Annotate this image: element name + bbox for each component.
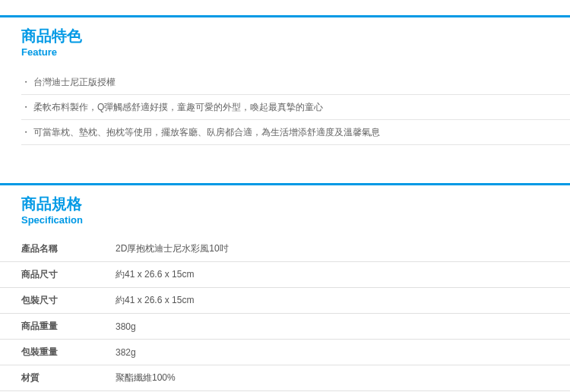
spec-section: 商品規格 Specification 產品名稱2D厚抱枕迪士尼水彩風10吋 商品… <box>0 183 570 392</box>
feature-list: ・台灣迪士尼正版授權 ・柔軟布料製作，Q彈觸感舒適好摸，童趣可愛的外型，喚起最真… <box>0 64 570 145</box>
feature-item: ・可當靠枕、墊枕、抱枕等使用，擺放客廳、臥房都合適，為生活增添舒適度及溫馨氣息 <box>21 120 570 145</box>
spec-value: 聚酯纖維100% <box>116 365 570 391</box>
table-row: 商品尺寸約41 x 26.6 x 15cm <box>0 262 570 288</box>
table-row: 包裝尺寸約41 x 26.6 x 15cm <box>0 288 570 314</box>
feature-text: 可當靠枕、墊枕、抱枕等使用，擺放客廳、臥房都合適，為生活增添舒適度及溫馨氣息 <box>33 127 380 138</box>
spec-header: 商品規格 Specification <box>0 185 570 232</box>
spec-label: 產品名稱 <box>0 236 116 262</box>
feature-title-en: Feature <box>21 46 570 58</box>
spec-label: 商品重量 <box>0 314 116 340</box>
feature-text: 柔軟布料製作，Q彈觸感舒適好摸，童趣可愛的外型，喚起最真摯的童心 <box>33 102 323 112</box>
bullet-icon: ・ <box>21 127 30 138</box>
spec-title-en: Specification <box>21 214 570 226</box>
spec-table: 產品名稱2D厚抱枕迪士尼水彩風10吋 商品尺寸約41 x 26.6 x 15cm… <box>0 236 570 392</box>
spec-value: 382g <box>116 340 570 365</box>
bullet-icon: ・ <box>21 77 30 87</box>
feature-header: 商品特色 Feature <box>0 17 570 64</box>
feature-text: 台灣迪士尼正版授權 <box>33 77 116 87</box>
table-row: 材質聚酯纖維100% <box>0 365 570 391</box>
feature-title-zh: 商品特色 <box>21 27 570 45</box>
spec-value: 約41 x 26.6 x 15cm <box>116 288 570 314</box>
feature-item: ・台灣迪士尼正版授權 <box>21 70 570 95</box>
spec-label: 包裝重量 <box>0 340 116 365</box>
spec-title-zh: 商品規格 <box>21 194 570 213</box>
spec-value: 380g <box>116 314 570 340</box>
spec-label: 材質 <box>0 365 116 391</box>
feature-item: ・柔軟布料製作，Q彈觸感舒適好摸，童趣可愛的外型，喚起最真摯的童心 <box>21 95 570 120</box>
table-row: 包裝重量382g <box>0 340 570 365</box>
bullet-icon: ・ <box>21 102 30 112</box>
table-row: 產品名稱2D厚抱枕迪士尼水彩風10吋 <box>0 236 570 262</box>
spec-label: 商品尺寸 <box>0 262 116 288</box>
spec-value: 約41 x 26.6 x 15cm <box>116 262 570 288</box>
feature-section: 商品特色 Feature ・台灣迪士尼正版授權 ・柔軟布料製作，Q彈觸感舒適好摸… <box>0 15 570 145</box>
table-row: 商品重量380g <box>0 314 570 340</box>
spec-value: 2D厚抱枕迪士尼水彩風10吋 <box>116 236 570 262</box>
spec-label: 包裝尺寸 <box>0 288 116 314</box>
